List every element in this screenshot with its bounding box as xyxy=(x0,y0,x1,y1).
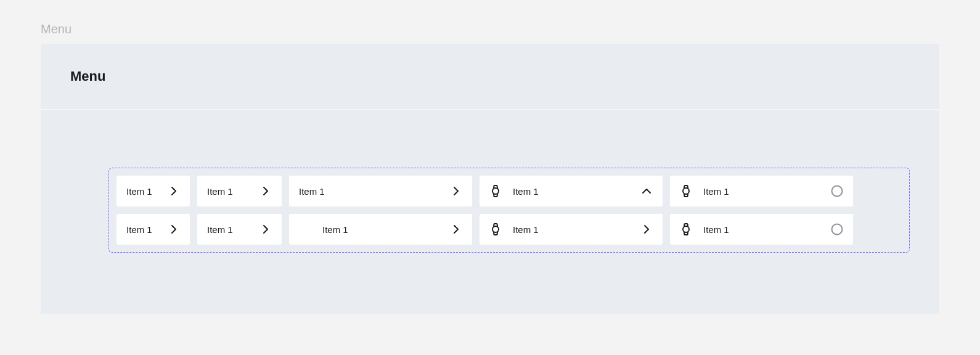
menu-item-label: Item 1 xyxy=(513,224,539,235)
menu-item-label: Item 1 xyxy=(299,224,348,235)
menu-item-leading-icon-collapsed[interactable]: Item 1 xyxy=(480,214,663,245)
menu-item-leading-icon-radio[interactable]: Item 1 xyxy=(670,214,853,245)
menu-item-basic[interactable]: Item 1 xyxy=(116,214,190,245)
chevron-right-icon xyxy=(259,223,272,235)
chevron-right-icon xyxy=(450,185,462,197)
panel-title: Menu xyxy=(70,68,910,84)
watch-icon xyxy=(489,223,502,235)
panel-header: Menu xyxy=(41,44,939,110)
component-panel: Menu Item 1 Item 1 xyxy=(41,44,939,314)
menu-row: Item 1 Item 1 Item 1 xyxy=(116,214,902,245)
chevron-up-icon xyxy=(640,185,653,197)
menu-item-label: Item 1 xyxy=(703,186,729,197)
menu-item-basic-indented[interactable]: Item 1 xyxy=(289,214,472,245)
menu-item-leading-icon-radio[interactable]: Item 1 xyxy=(670,176,853,206)
radio-unchecked-icon xyxy=(831,185,843,197)
watch-icon xyxy=(680,185,692,197)
chevron-right-icon xyxy=(259,185,272,197)
menu-item-label: Item 1 xyxy=(703,224,729,235)
menu-item-label: Item 1 xyxy=(207,224,233,235)
variant-selection-box: Item 1 Item 1 Item 1 xyxy=(108,168,910,253)
watch-icon xyxy=(489,185,502,197)
menu-row: Item 1 Item 1 Item 1 xyxy=(116,176,902,206)
menu-item-label: Item 1 xyxy=(513,186,539,197)
menu-item-basic-wide[interactable]: Item 1 xyxy=(289,176,472,206)
chevron-right-icon xyxy=(450,223,462,235)
menu-item-basic[interactable]: Item 1 xyxy=(197,176,282,206)
menu-item-label: Item 1 xyxy=(299,186,325,197)
menu-item-leading-icon-expanded[interactable]: Item 1 xyxy=(480,176,663,206)
menu-item-label: Item 1 xyxy=(126,186,152,197)
menu-item-label: Item 1 xyxy=(207,186,233,197)
radio-unchecked-icon xyxy=(831,223,843,235)
watch-icon xyxy=(680,223,692,235)
menu-item-basic[interactable]: Item 1 xyxy=(197,214,282,245)
chevron-right-icon xyxy=(168,185,180,197)
chevron-right-icon xyxy=(640,223,653,235)
breadcrumb: Menu xyxy=(41,22,939,36)
panel-body: Item 1 Item 1 Item 1 xyxy=(41,110,939,314)
chevron-right-icon xyxy=(168,223,180,235)
menu-item-label: Item 1 xyxy=(126,224,152,235)
menu-item-basic[interactable]: Item 1 xyxy=(116,176,190,206)
